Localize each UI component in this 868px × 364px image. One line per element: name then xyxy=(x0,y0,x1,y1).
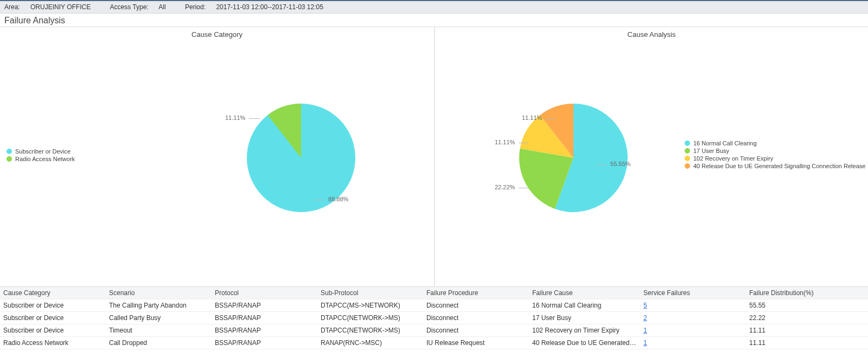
cell-service-failures[interactable]: 1 xyxy=(640,324,746,337)
label-text: 55.55% xyxy=(610,161,630,167)
pie-data-label: 88.88% xyxy=(314,196,348,202)
charts-area: Cause Category Subscriber or Device Radi… xyxy=(0,27,868,287)
legend-label: 17 User Busy xyxy=(693,148,729,154)
pie-data-label: 11.11% xyxy=(495,139,528,145)
table-header-row: Cause Category Scenario Protocol Sub-Pro… xyxy=(0,287,868,299)
table-row[interactable]: Subscriber or DeviceCalled Party BusyBSS… xyxy=(0,312,868,324)
col-failure-distribution[interactable]: Failure Distribution(%) xyxy=(746,287,868,299)
cell-failure-distribution: 11.11 xyxy=(746,337,868,349)
cell-failure-procedure: Disconnect xyxy=(423,312,529,324)
access-value: All xyxy=(158,3,165,11)
table-body: Subscriber or DeviceThe Calling Party Ab… xyxy=(0,299,868,349)
table-row[interactable]: Subscriber or DeviceTimeoutBSSAP/RANAPDT… xyxy=(0,324,868,337)
cell-protocol: BSSAP/RANAP xyxy=(212,312,317,324)
period-label-text: Period: xyxy=(185,3,206,11)
chart-cause-category: Cause Category Subscriber or Device Radi… xyxy=(0,27,434,286)
filter-bar: Area: ORUJEINIY OFFICE Access Type: All … xyxy=(0,0,868,14)
cell-sub-protocol: DTAPCC(NETWORK->MS) xyxy=(317,312,423,324)
legend-dot-icon xyxy=(685,141,690,146)
legend-label: 40 Release Due to UE Generated Signallin… xyxy=(693,163,865,169)
legend-item[interactable]: Radio Access Network xyxy=(7,156,75,162)
label-text: 22.22% xyxy=(495,184,515,190)
col-protocol[interactable]: Protocol xyxy=(212,287,317,299)
cell-service-failures[interactable]: 2 xyxy=(640,312,746,324)
cell-sub-protocol: DTAPCC(MS->NETWORK) xyxy=(317,299,423,312)
legend-dot-icon xyxy=(685,163,690,169)
legend-label: 102 Recovery on Timer Expiry xyxy=(693,155,773,162)
legend-item[interactable]: 40 Release Due to UE Generated Signallin… xyxy=(685,163,865,169)
legend-dot-icon xyxy=(685,148,690,154)
label-text: 88.88% xyxy=(328,196,348,202)
legend-label: 16 Normal Call Clearing xyxy=(693,140,757,146)
legend-item[interactable]: 102 Recovery on Timer Expiry xyxy=(685,155,865,162)
failure-table: Cause Category Scenario Protocol Sub-Pro… xyxy=(0,287,868,349)
cell-failure-procedure: IU Release Request xyxy=(423,337,529,349)
cell-sub-protocol: DTAPCC(NETWORK->MS) xyxy=(317,324,423,337)
chart-title: Cause Analysis xyxy=(435,30,868,39)
legend-left: Subscriber or Device Radio Access Networ… xyxy=(7,147,75,163)
cell-scenario: Timeout xyxy=(106,324,212,337)
legend-item[interactable]: Subscriber or Device xyxy=(7,148,75,155)
pie-wrap: Subscriber or Device Radio Access Networ… xyxy=(0,39,434,277)
col-failure-procedure[interactable]: Failure Procedure xyxy=(423,287,529,299)
cell-scenario: Called Party Busy xyxy=(106,312,212,324)
cell-cause-category: Subscriber or Device xyxy=(0,299,106,312)
label-text: 11.11% xyxy=(225,114,245,121)
cell-sub-protocol: RANAP(RNC->MSC) xyxy=(317,337,423,349)
table-row[interactable]: Radio Access NetworkCall DroppedBSSAP/RA… xyxy=(0,337,868,349)
access-label-text: Access Type: xyxy=(110,3,149,11)
page-title: Failure Analysis xyxy=(0,14,868,27)
cell-failure-distribution: 55.55 xyxy=(746,299,868,312)
cell-failure-distribution: 11.11 xyxy=(746,324,868,337)
cell-cause-category: Subscriber or Device xyxy=(0,312,106,324)
legend-label: Subscriber or Device xyxy=(15,148,71,155)
legend-right: 16 Normal Call Clearing 17 User Busy 102… xyxy=(685,139,865,170)
col-cause-category[interactable]: Cause Category xyxy=(0,287,106,299)
area-value: ORUJEINIY OFFICE xyxy=(30,3,91,11)
period-value: 2017-11-03 12:00--2017-11-03 12:05 xyxy=(216,3,323,11)
cell-scenario: Call Dropped xyxy=(106,337,212,349)
chart-cause-analysis: Cause Analysis 16 Normal Call Clearing 1… xyxy=(434,27,868,286)
area-label: Area: ORUJEINIY OFFICE xyxy=(4,3,101,11)
pie-wrap: 16 Normal Call Clearing 17 User Busy 102… xyxy=(435,39,868,277)
cell-scenario: The Calling Party Abandon xyxy=(106,299,212,312)
legend-label: Radio Access Network xyxy=(15,156,75,162)
legend-dot-icon xyxy=(685,156,690,161)
legend-item[interactable]: 16 Normal Call Clearing xyxy=(685,140,865,146)
cell-failure-cause: 17 User Busy xyxy=(529,312,640,324)
cell-failure-cause: 16 Normal Call Clearing xyxy=(529,299,640,312)
col-scenario[interactable]: Scenario xyxy=(106,287,212,299)
cell-failure-distribution: 22.22 xyxy=(746,312,868,324)
label-text: 11.11% xyxy=(522,114,542,121)
legend-dot-icon xyxy=(7,156,12,162)
legend-dot-icon xyxy=(7,149,12,154)
cell-cause-category: Radio Access Network xyxy=(0,337,106,349)
cell-cause-category: Subscriber or Device xyxy=(0,324,106,337)
cell-protocol: BSSAP/RANAP xyxy=(212,337,317,349)
label-text: 11.11% xyxy=(495,139,515,145)
col-failure-cause[interactable]: Failure Cause xyxy=(529,287,640,299)
access-type: Access Type: All xyxy=(110,3,177,11)
cell-service-failures[interactable]: 5 xyxy=(640,299,746,312)
cell-failure-cause: 102 Recovery on Timer Expiry xyxy=(529,324,640,337)
chart-title: Cause Category xyxy=(0,30,434,39)
area-label-text: Area: xyxy=(4,3,20,11)
table-row[interactable]: Subscriber or DeviceThe Calling Party Ab… xyxy=(0,299,868,312)
col-sub-protocol[interactable]: Sub-Protocol xyxy=(317,287,423,299)
cell-failure-cause: 40 Release Due to UE Generated Sign... xyxy=(529,337,640,349)
cell-failure-procedure: Disconnect xyxy=(423,324,529,337)
period: Period: 2017-11-03 12:00--2017-11-03 12:… xyxy=(185,3,332,11)
pie-data-label: 11.11% xyxy=(225,114,260,121)
legend-item[interactable]: 17 User Busy xyxy=(685,148,865,154)
cell-failure-procedure: Disconnect xyxy=(423,299,529,312)
pie-data-label: 22.22% xyxy=(495,184,528,190)
col-service-failures[interactable]: Service Failures xyxy=(640,287,746,299)
pie-data-label: 11.11% xyxy=(522,114,556,121)
cell-service-failures[interactable]: 1 xyxy=(640,337,746,349)
cell-protocol: BSSAP/RANAP xyxy=(212,299,317,312)
cell-protocol: BSSAP/RANAP xyxy=(212,324,317,337)
pie-data-label: 55.55% xyxy=(597,161,630,167)
